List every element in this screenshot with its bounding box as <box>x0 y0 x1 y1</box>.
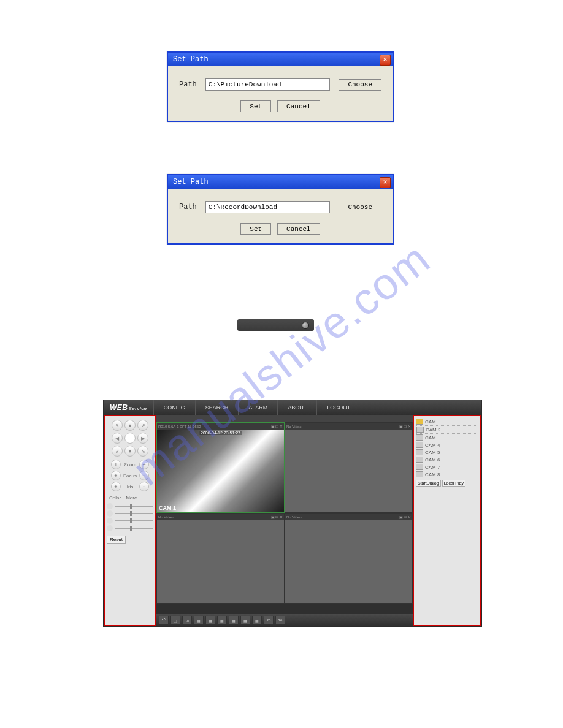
ptz-down-icon[interactable]: ▼ <box>124 446 136 457</box>
camera-list-panel: CAM CAM 2 CAM CAM 4 CAM 5 CAM 6 CAM 7 CA… <box>413 415 481 626</box>
pane-controls-icon[interactable]: ▣ ⊞ ✕ <box>399 515 411 519</box>
camera-label: CAM <box>425 419 436 425</box>
menu-about[interactable]: ABOUT <box>277 400 316 415</box>
ptz-left-icon[interactable]: ◀ <box>112 433 123 444</box>
layout-8-icon[interactable]: ▦ <box>205 616 215 624</box>
camera-label: CAM 5 <box>425 450 440 455</box>
pane1-timestamp: 2008-04-12 23:51:27 <box>199 431 242 435</box>
dialog2-title: Set Path <box>173 178 209 186</box>
dialog2-path-row: Path Choose <box>179 201 381 213</box>
ptz-right-icon[interactable]: ▶ <box>137 433 148 444</box>
layout-20-icon[interactable]: ▦ <box>252 616 262 624</box>
ptz-up-icon[interactable]: ▲ <box>124 420 136 431</box>
path-input[interactable] <box>205 201 331 213</box>
pane-controls-icon[interactable]: ▣ ⊞ ✕ <box>271 424 283 428</box>
main-menu: CONFIG SEARCH ALARM ABOUT LOGOUT <box>153 400 481 415</box>
focus-minus-icon[interactable]: − <box>139 471 149 480</box>
camera-item-7[interactable]: CAM 7 <box>416 463 478 471</box>
choose-button[interactable]: Choose <box>339 79 381 91</box>
camera-item-4[interactable]: CAM 4 <box>416 441 478 449</box>
cancel-button[interactable]: Cancel <box>277 223 320 235</box>
ptz-down-right-icon[interactable]: ↘ <box>137 446 148 457</box>
ptz-up-right-icon[interactable]: ↗ <box>137 420 148 431</box>
pane2-header: No Video ▣ ⊞ ✕ <box>285 423 412 430</box>
video-pane-3[interactable]: No Video ▣ ⊞ ✕ <box>156 513 285 604</box>
video-pane-2[interactable]: No Video ▣ ⊞ ✕ <box>285 422 413 513</box>
ptz-up-left-icon[interactable]: ↖ <box>112 420 123 431</box>
pane3-body <box>157 520 284 603</box>
path-input[interactable] <box>205 78 331 91</box>
video-grid: R010 5.6A-1-3FT 16 0552 ▣ ⊞ ✕ 2008-04-12… <box>156 415 413 626</box>
hue-slider[interactable] <box>107 525 153 531</box>
layout-4-icon[interactable]: ⊞ <box>182 616 192 624</box>
saturation-slider[interactable] <box>107 518 153 524</box>
camera-icon <box>416 471 423 477</box>
dialog1-titlebar[interactable]: Set Path ✕ <box>168 53 393 66</box>
camera-label: CAM 8 <box>425 472 440 477</box>
layout-6-icon[interactable]: ▦ <box>194 616 204 624</box>
video-pane-4[interactable]: No Video ▣ ⊞ ✕ <box>285 513 413 604</box>
layout-16-icon[interactable]: ▦ <box>240 616 250 624</box>
layout-36-icon[interactable]: 36 <box>275 616 285 624</box>
set-button[interactable]: Set <box>240 100 271 112</box>
layout-13-icon[interactable]: ▦ <box>229 616 239 624</box>
menu-search[interactable]: SEARCH <box>195 400 239 415</box>
focus-plus-icon[interactable]: + <box>111 471 121 480</box>
pane-controls-icon[interactable]: ▣ ⊞ ✕ <box>271 515 283 519</box>
menu-config[interactable]: CONFIG <box>153 400 195 415</box>
camera-item-2[interactable]: CAM 2 <box>416 425 478 434</box>
dialog1-body: Path Choose Set Cancel <box>168 66 393 121</box>
set-button[interactable]: Set <box>240 223 271 235</box>
camera-icon <box>416 464 423 470</box>
close-icon[interactable]: ✕ <box>380 177 391 188</box>
dialog1-title: Set Path <box>173 55 209 64</box>
video-pane-1[interactable]: R010 5.6A-1-3FT 16 0552 ▣ ⊞ ✕ 2008-04-12… <box>156 422 285 513</box>
iris-plus-icon[interactable]: + <box>111 482 121 491</box>
camera-item-8[interactable]: CAM 8 <box>416 471 478 478</box>
camera-label: CAM 2 <box>426 427 440 433</box>
menu-logout[interactable]: LOGOUT <box>316 400 360 415</box>
start-dialog-button[interactable]: StartDialog <box>416 480 441 487</box>
zoom-label: Zoom <box>123 462 137 468</box>
color-tabs: Color More <box>107 494 153 502</box>
layout-9-icon[interactable]: ▦ <box>217 616 227 624</box>
camera-icon <box>416 442 423 448</box>
camera-icon <box>416 449 423 455</box>
web-service-app: WEBService CONFIG SEARCH ALARM ABOUT LOG… <box>103 400 482 627</box>
focus-row: + Focus − <box>107 471 153 480</box>
contrast-slider[interactable] <box>107 510 153 517</box>
brightness-icon <box>107 503 113 509</box>
choose-button[interactable]: Choose <box>339 202 381 213</box>
pane-controls-icon[interactable]: ▣ ⊞ ✕ <box>399 424 411 428</box>
pane1-source: R010 5.6A-1-3FT 16 0552 <box>158 425 201 428</box>
camera-item-1[interactable]: CAM <box>416 418 478 425</box>
hue-icon <box>107 525 113 531</box>
layout-25-icon[interactable]: 25 <box>264 616 274 624</box>
iris-minus-icon[interactable]: − <box>139 482 149 491</box>
layout-1-icon[interactable]: ▢ <box>170 616 180 624</box>
ptz-down-left-icon[interactable]: ↙ <box>112 446 123 457</box>
reset-button[interactable]: Reset <box>107 536 126 544</box>
camera-item-6[interactable]: CAM 6 <box>416 456 478 463</box>
close-icon[interactable]: ✕ <box>380 55 391 66</box>
tab-color[interactable]: Color <box>107 494 123 502</box>
zoom-minus-icon[interactable]: − <box>139 460 149 469</box>
menu-alarm[interactable]: ALARM <box>238 400 277 415</box>
iris-row: + Iris − <box>107 482 153 491</box>
local-play-button[interactable]: Local Play <box>442 480 465 487</box>
ptz-center-icon[interactable] <box>124 433 136 444</box>
brightness-slider[interactable] <box>107 503 153 509</box>
camera-icon <box>416 434 423 441</box>
fullscreen-icon[interactable]: ⛶ <box>159 616 169 624</box>
pane2-body <box>285 430 412 512</box>
pane3-header: No Video ▣ ⊞ ✕ <box>157 514 284 520</box>
iris-label: Iris <box>123 484 137 490</box>
zoom-row: + Zoom − <box>107 460 153 469</box>
cancel-button[interactable]: Cancel <box>277 100 320 112</box>
camera-item-3[interactable]: CAM <box>416 434 478 441</box>
dialog2-titlebar[interactable]: Set Path ✕ <box>168 175 393 189</box>
camera-item-5[interactable]: CAM 5 <box>416 449 478 456</box>
zoom-plus-icon[interactable]: + <box>111 460 121 469</box>
tab-more[interactable]: More <box>123 494 139 502</box>
expand-icon[interactable] <box>302 322 309 329</box>
